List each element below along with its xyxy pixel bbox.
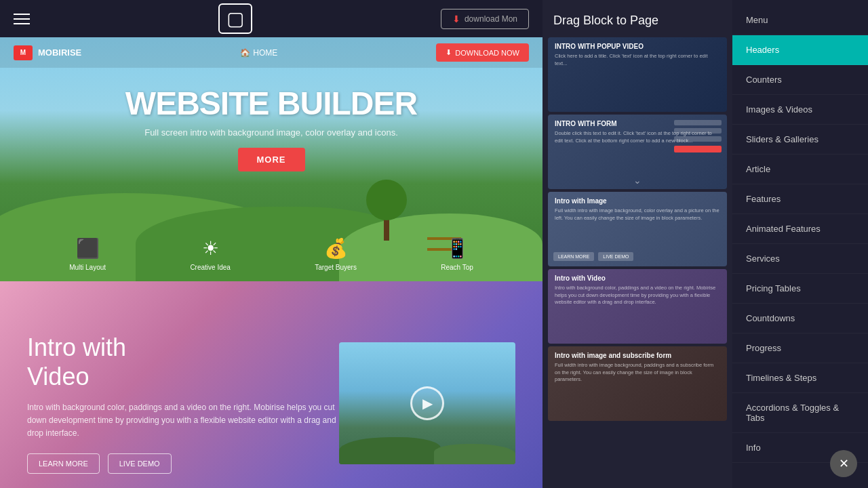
preview-panel: ▢ ⬇ download Mon M MOBIRISE 🏠 HOME ⬇ DOW… — [0, 0, 542, 488]
image-learn-btn[interactable]: LEARN MORE — [553, 252, 594, 261]
play-button[interactable]: ▶ — [410, 386, 444, 420]
sidebar-item-headers[interactable]: Headers — [732, 35, 868, 65]
video-player[interactable]: ▶ — [339, 342, 515, 464]
hero-download-label: DOWNLOAD NOW — [455, 49, 519, 57]
sidebar-label-services: Services — [746, 253, 780, 264]
feature-target-buyers: 💰 Target Buyers — [315, 237, 357, 271]
block-intro-subscribe[interactable]: Intro with image and subscribe form Full… — [548, 346, 727, 421]
block-popup-video[interactable]: INTRO WITH POPUP VIDEO Click here to add… — [548, 37, 727, 112]
hero-download-button[interactable]: ⬇ DOWNLOAD NOW — [436, 43, 529, 62]
video-overlay: Intro with Video Intro with background c… — [548, 269, 727, 344]
form-fields-mock — [674, 120, 722, 152]
close-icon: ✕ — [839, 456, 849, 471]
sidebar-item-timelines-steps[interactable]: Timelines & Steps — [732, 363, 868, 393]
sidebar-item-sliders-galleries[interactable]: Sliders & Galleries — [732, 125, 868, 155]
sidebar-label-headers: Headers — [746, 45, 779, 55]
target-buyers-icon: 💰 — [324, 237, 348, 260]
multi-layout-label: Multi Layout — [69, 264, 106, 271]
sidebar-label-menu: Menu — [746, 15, 768, 25]
sidebar-item-accordions[interactable]: Accordions & Toggles & Tabs — [732, 393, 868, 433]
video-title: Intro withVideo — [27, 333, 339, 391]
block-intro-video[interactable]: Intro with Video Intro with background c… — [548, 269, 727, 344]
preview-content: M MOBIRISE 🏠 HOME ⬇ DOWNLOAD NOW WEBSITE… — [0, 37, 542, 488]
hero-main-content: WEBSITE BUILDER Full screen intro with b… — [0, 71, 542, 171]
sidebar-item-counters[interactable]: Counters — [732, 65, 868, 95]
popup-video-overlay: INTRO WITH POPUP VIDEO Click here to add… — [548, 37, 727, 112]
block-intro-image[interactable]: Intro with Image Full width intro with i… — [548, 192, 727, 266]
sidebar-label-accordions: Accordions & Toggles & Tabs — [746, 403, 854, 423]
learn-more-button[interactable]: LEARN MORE — [27, 453, 100, 474]
sidebar-label-countdowns: Countdowns — [746, 313, 795, 323]
download-arrow-icon: ⬇ — [452, 14, 460, 24]
blocks-scroll[interactable]: INTRO WITH POPUP VIDEO Click here to add… — [542, 37, 732, 488]
blocks-panel-title: Drag Block to Page — [553, 14, 722, 28]
creative-idea-icon: ☀ — [202, 237, 219, 260]
feature-reach-top: 📱 Reach Top — [441, 237, 473, 271]
close-fab-button[interactable]: ✕ — [830, 450, 857, 477]
feature-creative-idea: ☀ Creative Idea — [190, 237, 230, 271]
sidebar-label-features: Features — [746, 194, 781, 204]
download-label: download Mon — [465, 14, 517, 24]
sidebar-item-pricing-tables[interactable]: Pricing Tables — [732, 274, 868, 304]
phone-icon: ▢ — [218, 3, 252, 34]
top-bar: ▢ ⬇ download Mon — [0, 0, 542, 37]
mini-landscape — [339, 437, 515, 464]
sidebar-item-countdowns[interactable]: Countdowns — [732, 304, 868, 333]
hero-subtitle: Full screen intro with background image,… — [144, 127, 398, 138]
hero-logo: M MOBIRISE — [14, 45, 81, 60]
sidebar-item-animated-features[interactable]: Animated Features — [732, 214, 868, 244]
arrow-down-icon: ⌄ — [633, 175, 642, 186]
sidebar-label-sliders-galleries: Sliders & Galleries — [746, 134, 818, 144]
sidebar-item-features[interactable]: Features — [732, 184, 868, 214]
sidebar-item-article[interactable]: Article — [732, 155, 868, 184]
sidebar-item-menu[interactable]: Menu — [732, 5, 868, 35]
subscribe-overlay: Intro with image and subscribe form Full… — [548, 346, 727, 421]
blocks-header: Drag Block to Page — [542, 0, 732, 37]
reach-top-icon: 📱 — [446, 237, 469, 260]
more-button[interactable]: MORE — [238, 148, 305, 171]
sidebar-nav: Menu Headers Counters Images & Videos Sl… — [732, 0, 868, 488]
download-button[interactable]: ⬇ download Mon — [441, 9, 529, 29]
sidebar-label-counters: Counters — [746, 75, 782, 85]
video-text: Intro withVideo Intro with background co… — [27, 333, 339, 474]
hero-title: WEBSITE BUILDER — [125, 85, 417, 122]
hero-features: ⬛ Multi Layout ☀ Creative Idea 💰 Target … — [0, 237, 542, 271]
multi-layout-icon: ⬛ — [76, 237, 100, 260]
sidebar-label-info: Info — [746, 443, 761, 453]
sidebar-item-images-videos[interactable]: Images & Videos — [732, 95, 868, 125]
sidebar-label-timelines-steps: Timelines & Steps — [746, 373, 816, 383]
hero-navbar: M MOBIRISE 🏠 HOME ⬇ DOWNLOAD NOW — [0, 37, 542, 68]
video-section: Intro withVideo Intro with background co… — [0, 281, 542, 488]
sidebar-item-services[interactable]: Services — [732, 244, 868, 274]
feature-multi-layout: ⬛ Multi Layout — [69, 237, 106, 271]
hero-download-icon: ⬇ — [446, 48, 452, 57]
tree — [366, 173, 407, 241]
hero-home-link[interactable]: 🏠 HOME — [240, 48, 277, 58]
sidebar-item-progress[interactable]: Progress — [732, 333, 868, 363]
sidebar-label-images-videos: Images & Videos — [746, 104, 812, 115]
live-demo-button[interactable]: LIVE DEMO — [108, 453, 172, 474]
sidebar-label-animated-features: Animated Features — [746, 224, 821, 234]
video-description: Intro with background color, paddings an… — [27, 401, 339, 441]
target-buyers-label: Target Buyers — [315, 264, 357, 271]
reach-top-label: Reach Top — [441, 264, 473, 271]
block-intro-form[interactable]: INTRO WITH FORM Double click this text t… — [548, 115, 727, 189]
sidebar-label-pricing-tables: Pricing Tables — [746, 283, 801, 293]
hero-section: M MOBIRISE 🏠 HOME ⬇ DOWNLOAD NOW WEBSITE… — [0, 37, 542, 281]
sidebar-label-progress: Progress — [746, 343, 781, 353]
creative-idea-label: Creative Idea — [190, 264, 230, 271]
video-buttons: LEARN MORE LIVE DEMO — [27, 453, 339, 474]
hamburger-menu[interactable] — [14, 14, 30, 24]
image-live-btn[interactable]: LIVE DEMO — [598, 252, 633, 261]
blocks-panel: Drag Block to Page INTRO WITH POPUP VIDE… — [542, 0, 732, 488]
logo-icon: M — [14, 45, 33, 60]
sidebar-label-article: Article — [746, 164, 770, 174]
video-thumbnail: ▶ — [339, 342, 515, 464]
logo-text: MOBIRISE — [38, 47, 81, 58]
right-sidebar: Menu Headers Counters Images & Videos Sl… — [732, 0, 868, 488]
